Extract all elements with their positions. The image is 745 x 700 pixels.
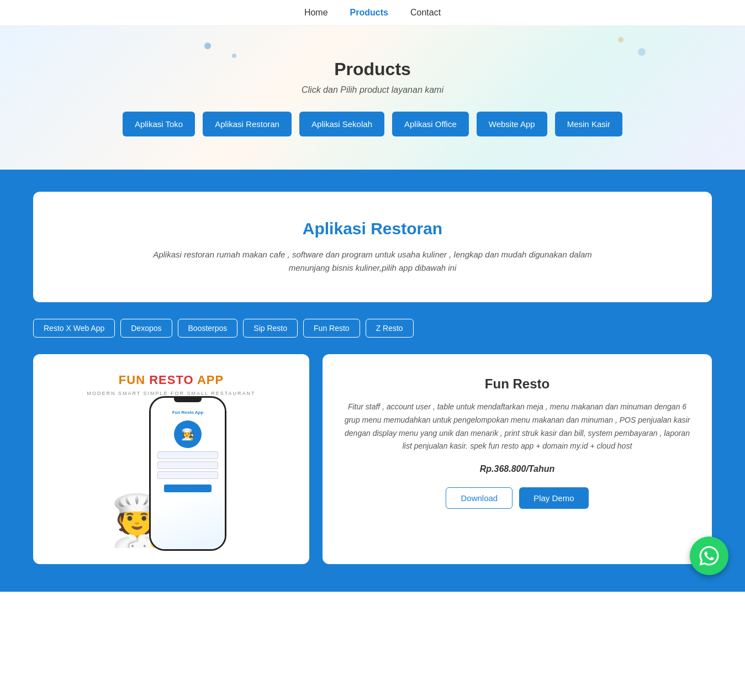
phone-notch [174, 398, 202, 402]
main-nav: Home Products Contact [0, 0, 745, 26]
restoran-card-description: Aplikasi restoran rumah makan cafe , sof… [152, 248, 594, 275]
restoran-card-title: Aplikasi Restoran [55, 219, 690, 238]
app-mockup: FUN RESTO APP MODERN SMART SIMPLE FOR SM… [66, 365, 276, 553]
phone-field-1 [157, 451, 218, 459]
restoran-sub-nav: Resto X Web App Dexopos Boosterpos Sip R… [33, 319, 712, 338]
hero-title: Products [11, 59, 734, 80]
sub-nav-z-resto[interactable]: Z Resto [366, 319, 414, 338]
sub-nav-fun-resto[interactable]: Fun Resto [303, 319, 360, 338]
whatsapp-float-button[interactable] [690, 536, 728, 575]
whatsapp-icon [698, 545, 720, 567]
app-logo: FUN RESTO APP [119, 373, 224, 387]
download-button[interactable]: Download [446, 487, 512, 509]
restoran-card: Aplikasi Restoran Aplikasi restoran ruma… [33, 192, 712, 302]
phone-field-3 [157, 471, 218, 479]
phone-mockup: Fun Resto App 🧑‍🍳 [149, 396, 226, 551]
product-price: Rp.368.800/Tahun [342, 464, 692, 474]
sub-nav-sip-resto[interactable]: Sip Resto [243, 319, 298, 338]
product-actions: Download Play Demo [342, 487, 692, 509]
hero-section: Products Click dan Pilih product layanan… [0, 26, 745, 170]
hero-subtitle: Click dan Pilih product layanan kami [11, 85, 734, 95]
phone-login-btn [164, 485, 211, 492]
btn-mesin-kasir[interactable]: Mesin Kasir [555, 112, 622, 136]
nav-products[interactable]: Products [350, 8, 388, 18]
sub-nav-resto-x[interactable]: Resto X Web App [33, 319, 115, 338]
btn-aplikasi-sekolah[interactable]: Aplikasi Sekolah [299, 112, 384, 136]
product-row: FUN RESTO APP MODERN SMART SIMPLE FOR SM… [33, 354, 712, 564]
nav-home[interactable]: Home [304, 8, 328, 18]
phone-screen: Fun Resto App 🧑‍🍳 [151, 407, 225, 549]
sub-nav-boosterpos[interactable]: Boosterpos [178, 319, 238, 338]
product-info-card: Fun Resto Fitur staff , account user , t… [323, 354, 712, 564]
play-demo-button[interactable]: Play Demo [519, 487, 588, 509]
phone-chef-avatar: 🧑‍🍳 [174, 420, 202, 448]
nav-contact[interactable]: Contact [410, 8, 441, 18]
product-description: Fitur staff , account user , table untuk… [342, 401, 692, 453]
btn-website-app[interactable]: Website App [477, 112, 547, 136]
phone-field-2 [157, 461, 218, 469]
btn-aplikasi-toko[interactable]: Aplikasi Toko [123, 112, 195, 136]
sub-nav-dexopos[interactable]: Dexopos [120, 319, 172, 338]
btn-aplikasi-restoran[interactable]: Aplikasi Restoran [203, 112, 292, 136]
product-image-card: FUN RESTO APP MODERN SMART SIMPLE FOR SM… [33, 354, 309, 564]
hero-buttons: Aplikasi Toko Aplikasi Restoran Aplikasi… [11, 112, 734, 136]
product-name: Fun Resto [342, 376, 692, 392]
app-tagline: MODERN SMART SIMPLE FOR SMALL RESTAURANT [87, 391, 255, 396]
btn-aplikasi-office[interactable]: Aplikasi Office [392, 112, 469, 136]
phone-app-name: Fun Resto App [172, 410, 204, 415]
blue-section: Aplikasi Restoran Aplikasi restoran ruma… [0, 170, 745, 592]
